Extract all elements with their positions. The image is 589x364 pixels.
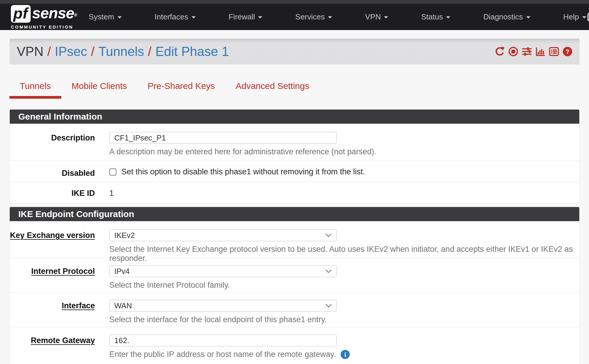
disabled-row: Disabled Set this option to disable this… [10,161,579,182]
navbar-menu: System Interfaces Firewall Services VPN … [89,12,586,21]
key-exchange-version-label: Key Exchange version [10,229,100,258]
disabled-checkbox[interactable] [109,168,116,176]
menu-system[interactable]: System [89,12,122,21]
registered-mark: ® [74,13,77,17]
internet-protocol-label: Internet Protocol [10,265,100,292]
breadcrumb-separator: / [144,44,155,59]
description-input[interactable] [109,132,337,144]
description-label: Description [10,132,100,161]
interface-select[interactable]: WAN [109,300,337,312]
general-information-header: General Information [10,110,579,124]
general-information-panel: General Information Description A descri… [9,109,580,203]
disabled-checkbox-text: Set this option to disable this phase1 w… [121,167,365,176]
navbar-main: pf sense® COMMUNITY EDITION System Inter… [0,4,589,30]
menu-vpn[interactable]: VPN [365,12,388,21]
disabled-label: Disabled [10,167,100,182]
breadcrumb: VPN / IPsec / Tunnels / Edit Phase 1 [17,44,229,59]
sliders-icon[interactable] [522,47,532,57]
tab-mobile-clients[interactable]: Mobile Clients [61,77,137,99]
caret-down-icon [328,16,332,19]
ipsec-tabs: Tunnels Mobile Clients Pre-Shared Keys A… [9,77,580,99]
breadcrumb-link-tunnels[interactable]: Tunnels [98,44,144,59]
list-icon[interactable] [549,47,559,57]
description-control: A description may be entered here for ad… [100,132,579,161]
chevron-down-icon [325,233,332,237]
question-circle-icon[interactable]: ? [562,47,572,57]
remote-gateway-help: Enter the public IP address or host name… [109,350,579,359]
ike-id-control: 1 [100,188,579,203]
remote-gateway-control: Enter the public IP address or host name… [100,335,579,364]
stop-circle-icon[interactable] [508,47,518,57]
pfsense-logo[interactable]: pf sense® COMMUNITY EDITION [11,5,77,29]
remote-gateway-input[interactable] [109,335,337,346]
interface-label: Interface [10,300,100,327]
ike-id-label: IKE ID [10,188,100,203]
page-content: VPN / IPsec / Tunnels / Edit Phase 1 [0,39,589,364]
community-edition-label: COMMUNITY EDITION [11,24,77,29]
tab-advanced-settings[interactable]: Advanced Settings [225,77,320,99]
breadcrumb-link-ipsec[interactable]: IPsec [55,44,87,59]
menu-diagnostics[interactable]: Diagnostics [483,12,530,21]
internet-protocol-control: IPv4 Select the Internet Protocol family… [100,265,579,292]
pfsense-logo-sense: sense® [32,5,77,23]
key-exchange-version-help: Select the Internet Key Exchange protoco… [109,245,579,263]
menu-help[interactable]: Help [563,12,586,21]
key-exchange-version-control: IKEv2 Select the Internet Key Exchange p… [100,229,579,258]
key-exchange-version-select[interactable]: IKEv2 [109,229,337,241]
remote-gateway-label: Remote Gateway [10,335,100,364]
caret-down-icon [192,16,196,19]
chart-bar-icon[interactable] [535,47,545,57]
menu-interfaces[interactable]: Interfaces [155,12,196,21]
key-exchange-version-selected-value: IKEv2 [114,231,135,240]
description-row: Description A description may be entered… [10,124,579,161]
internet-protocol-select[interactable]: IPv4 [109,265,337,277]
caret-down-icon [118,16,122,19]
ike-endpoint-configuration-panel: IKE Endpoint Configuration Key Exchange … [9,207,580,364]
breadcrumb-separator: / [87,44,98,59]
internet-protocol-help: Select the Internet Protocol family. [109,281,579,290]
breadcrumb-bar: VPN / IPsec / Tunnels / Edit Phase 1 [9,39,580,64]
breadcrumb-current-edit-phase-1: Edit Phase 1 [155,44,229,59]
top-navbar: pf sense® COMMUNITY EDITION System Inter… [0,0,589,30]
interface-control: WAN Select the interface for the local e… [100,300,579,327]
disabled-control: Set this option to disable this phase1 w… [100,167,579,182]
breadcrumb-action-icons: ? [495,47,572,57]
info-icon[interactable]: i [341,350,350,359]
caret-down-icon [526,16,530,19]
refresh-icon[interactable] [495,47,505,57]
navbar-top-strip [0,0,589,4]
sign-out-icon[interactable] [586,12,589,22]
svg-text:?: ? [565,48,570,55]
internet-protocol-row: Internet Protocol IPv4 Select the Intern… [10,258,579,292]
remote-gateway-row: Remote Gateway Enter the public IP addre… [10,327,579,364]
menu-services[interactable]: Services [295,12,332,21]
breadcrumb-separator: / [43,44,55,59]
menu-firewall[interactable]: Firewall [229,12,263,21]
pfsense-logo-pf: pf [11,5,31,23]
ike-endpoint-configuration-header: IKE Endpoint Configuration [10,207,579,221]
internet-protocol-selected-value: IPv4 [114,267,130,276]
breadcrumb-vpn: VPN [17,44,43,59]
chevron-down-icon [325,304,332,308]
chevron-down-icon [325,269,332,273]
interface-help: Select the interface for the local endpo… [109,315,579,324]
tab-tunnels[interactable]: Tunnels [9,77,61,99]
pfsense-logo-row: pf sense® [11,5,77,23]
interface-row: Interface WAN Select the interface for t… [10,292,579,327]
menu-status[interactable]: Status [421,12,450,21]
description-help: A description may be entered here for ad… [109,147,579,156]
caret-down-icon [258,16,262,19]
tab-pre-shared-keys[interactable]: Pre-Shared Keys [137,77,225,99]
ike-id-row: IKE ID 1 [10,182,579,203]
ike-id-value: 1 [109,188,579,197]
caret-down-icon [582,16,586,19]
interface-selected-value: WAN [114,301,132,310]
caret-down-icon [446,16,450,19]
key-exchange-version-row: Key Exchange version IKEv2 Select the In… [10,221,579,258]
caret-down-icon [384,16,388,19]
